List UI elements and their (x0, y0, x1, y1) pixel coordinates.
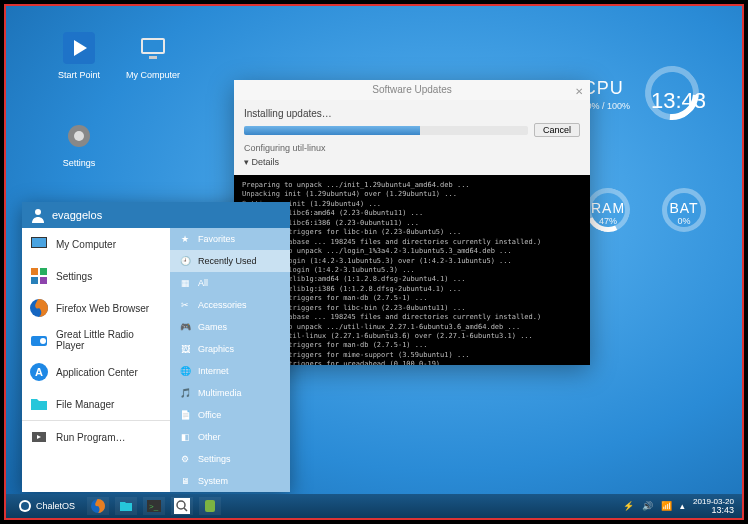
start-menu: evaggelos My Computer Settings Firefox W… (22, 202, 290, 492)
system-icon: 🖥 (178, 474, 192, 488)
svg-point-16 (40, 338, 46, 344)
cat-all[interactable]: ▦All (170, 272, 290, 294)
cat-system[interactable]: 🖥System (170, 470, 290, 492)
start-item-app-center[interactable]: AApplication Center (22, 356, 170, 388)
svg-rect-11 (40, 268, 47, 275)
window-titlebar[interactable]: Software Updates ✕ (234, 80, 590, 100)
folder-icon (28, 393, 50, 415)
cat-other[interactable]: ◧Other (170, 426, 290, 448)
cat-multimedia[interactable]: 🎵Multimedia (170, 382, 290, 404)
games-icon: 🎮 (178, 320, 192, 334)
svg-point-7 (35, 209, 41, 215)
app-center-icon: A (28, 361, 50, 383)
graphics-icon: 🖼 (178, 342, 192, 356)
other-icon: ◧ (178, 430, 192, 444)
gear-icon: ⚙ (178, 452, 192, 466)
svg-rect-9 (32, 238, 46, 247)
cat-graphics[interactable]: 🖼Graphics (170, 338, 290, 360)
start-item-firefox[interactable]: Firefox Web Browser (22, 292, 170, 324)
start-item-my-computer[interactable]: My Computer (22, 228, 170, 260)
svg-rect-3 (143, 40, 163, 52)
gear-icon (61, 118, 97, 154)
taskbar-app-terminal[interactable]: >_ (143, 497, 165, 515)
svg-rect-13 (40, 277, 47, 284)
network-icon[interactable]: 📶 (661, 501, 672, 511)
distro-name: ChaletOS (36, 501, 75, 511)
start-menu-apps: My Computer Settings Firefox Web Browser… (22, 228, 170, 492)
desktop-icon-label: My Computer (118, 70, 188, 80)
cat-accessories[interactable]: ✂Accessories (170, 294, 290, 316)
tray-icon[interactable]: ▴ (680, 501, 685, 511)
taskbar: ChaletOS >_ ⚡ 🔊 📶 ▴ 2019-03-20 13:43 (6, 494, 742, 518)
ram-widget: RAM 47% (586, 188, 630, 226)
svg-rect-10 (31, 268, 38, 275)
computer-icon (28, 233, 50, 255)
power-icon[interactable]: ⚡ (623, 501, 634, 511)
svg-rect-4 (149, 56, 157, 59)
start-item-run[interactable]: Run Program… (22, 421, 170, 453)
volume-icon[interactable]: 🔊 (642, 501, 653, 511)
taskbar-app-updates[interactable] (199, 497, 221, 515)
desktop-icon-my-computer[interactable]: My Computer (118, 30, 188, 80)
svg-point-22 (21, 502, 29, 510)
taskbar-app-files[interactable] (115, 497, 137, 515)
globe-icon: 🌐 (178, 364, 192, 378)
close-icon[interactable]: ✕ (572, 82, 586, 96)
clock-icon: 🕘 (178, 254, 192, 268)
window-title: Software Updates (372, 84, 452, 95)
grid-icon: ▦ (178, 276, 192, 290)
taskbar-clock[interactable]: 2019-03-20 13:43 (693, 498, 734, 515)
media-icon: 🎵 (178, 386, 192, 400)
cancel-button[interactable]: Cancel (534, 123, 580, 137)
cat-internet[interactable]: 🌐Internet (170, 360, 290, 382)
svg-text:A: A (35, 366, 43, 378)
cat-games[interactable]: 🎮Games (170, 316, 290, 338)
svg-rect-29 (205, 500, 215, 512)
start-menu-header: evaggelos (22, 202, 290, 228)
taskbar-app-search[interactable] (171, 497, 193, 515)
play-icon (61, 30, 97, 66)
cat-settings[interactable]: ⚙Settings (170, 448, 290, 470)
office-icon: 📄 (178, 408, 192, 422)
svg-point-6 (74, 131, 84, 141)
progress-bar (244, 126, 528, 135)
distro-logo-icon (18, 499, 32, 513)
computer-icon (135, 30, 171, 66)
battery-widget: BAT 0% (662, 188, 706, 226)
svg-text:>_: >_ (149, 502, 159, 511)
settings-icon (28, 265, 50, 287)
configuring-text: Configuring util-linux (244, 143, 580, 153)
desktop-icon-label: Start Point (44, 70, 114, 80)
run-icon (28, 426, 50, 448)
start-item-file-manager[interactable]: File Manager (22, 388, 170, 420)
user-icon (30, 207, 46, 223)
taskbar-time: 13:43 (693, 506, 734, 515)
desktop-icon-settings[interactable]: Settings (44, 118, 114, 168)
taskbar-app-firefox[interactable] (87, 497, 109, 515)
clock-widget: 13:43 (651, 88, 706, 114)
svg-rect-12 (31, 277, 38, 284)
start-item-radio[interactable]: Great Little Radio Player (22, 324, 170, 356)
desktop-icon-start-point[interactable]: Start Point (44, 30, 114, 80)
tools-icon: ✂ (178, 298, 192, 312)
firefox-icon (28, 297, 50, 319)
details-toggle[interactable]: ▾ Details (244, 157, 580, 167)
radio-icon (28, 329, 50, 351)
start-menu-categories: ★Favorites 🕘Recently Used ▦All ✂Accessor… (170, 228, 290, 492)
update-status: Installing updates… (244, 108, 580, 119)
start-item-settings[interactable]: Settings (22, 260, 170, 292)
cat-favorites[interactable]: ★Favorites (170, 228, 290, 250)
cat-office[interactable]: 📄Office (170, 404, 290, 426)
star-icon: ★ (178, 232, 192, 246)
desktop-icon-label: Settings (44, 158, 114, 168)
username: evaggelos (52, 209, 102, 221)
cat-recently-used[interactable]: 🕘Recently Used (170, 250, 290, 272)
start-button[interactable]: ChaletOS (12, 499, 81, 513)
